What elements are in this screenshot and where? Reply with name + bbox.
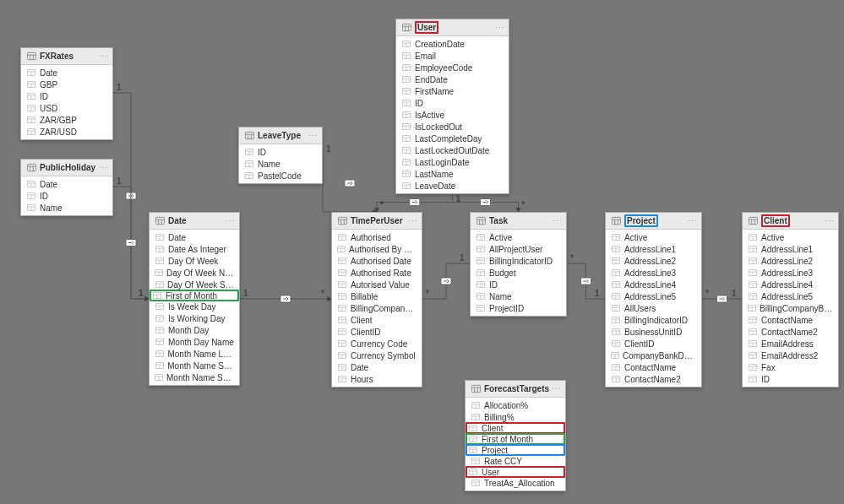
field-row[interactable]: Currency Code [332,338,422,350]
entity-fxrates[interactable]: FXRates⋯DateGBPIDUSDZAR/GBPZAR/USD [20,47,113,140]
field-row[interactable]: Month Name Short Year [150,371,239,383]
entity-header[interactable]: User⋯ [396,19,509,36]
field-row[interactable]: AddressLine2 [606,255,701,267]
field-row[interactable]: Authorised Rate [332,267,422,279]
field-row[interactable]: LastCompleteDay [396,133,509,144]
field-row[interactable]: Authorised By UserID [332,243,422,255]
field-row[interactable]: Active [743,231,838,243]
field-row[interactable]: AddressLine2 [743,255,838,267]
entity-task[interactable]: Task⋯ActiveAllProjectUserBillingIndicato… [470,212,567,317]
field-row[interactable]: Hours [332,373,422,385]
entity-header[interactable]: LeaveType⋯ [239,127,322,144]
entity-forecasttargets[interactable]: ForecastTargets⋯Allocation%Billing%Clien… [465,380,566,491]
field-row[interactable]: Name [239,158,322,170]
field-row[interactable]: Date [150,231,239,243]
entity-timeperuser[interactable]: TimePerUser⋯AuthorisedAuthorised By User… [331,212,422,387]
field-row[interactable]: Name [21,202,112,214]
field-row[interactable]: BillingCompanyBankDeta... [743,302,838,314]
field-row[interactable]: USD [21,102,112,114]
field-row[interactable]: AddressLine4 [743,279,838,290]
field-row[interactable]: Month Day [150,324,239,336]
more-menu-icon[interactable]: ⋯ [552,385,562,393]
field-row[interactable]: First of Month [150,290,239,301]
field-row[interactable]: ZAR/USD [21,126,112,138]
field-row[interactable]: AddressLine1 [606,243,701,255]
field-row[interactable]: Client [332,314,422,326]
field-row[interactable]: ZAR/GBP [21,114,112,126]
field-row[interactable]: ID [21,190,112,202]
entity-date[interactable]: Date⋯DateDate As IntegerDay Of WeekDay O… [149,212,240,386]
field-row[interactable]: LastLoginDate [396,156,509,168]
field-row[interactable]: AddressLine3 [743,267,838,279]
field-row[interactable]: EmailAddress [743,338,838,350]
field-row[interactable]: Day Of Week [150,255,239,267]
field-row[interactable]: Client [466,422,565,434]
field-row[interactable]: IsActive [396,109,509,121]
field-row[interactable]: PastelCode [239,170,322,182]
field-row[interactable]: Project [466,444,565,456]
field-row[interactable]: ID [743,373,838,385]
entity-header[interactable]: Date⋯ [150,213,239,230]
field-row[interactable]: Month Name Short [150,360,239,371]
field-row[interactable]: CreationDate [396,38,509,50]
field-row[interactable]: Authorised Date [332,255,422,267]
field-row[interactable]: Date As Integer [150,243,239,255]
more-menu-icon[interactable]: ⋯ [553,217,563,225]
field-row[interactable]: AllUsers [606,302,701,314]
field-row[interactable]: ContactName2 [606,373,701,385]
field-row[interactable]: BillingIndicatorID [471,255,566,267]
field-row[interactable]: ID [21,90,112,102]
field-row[interactable]: Billing% [466,411,565,423]
field-row[interactable]: ContactName2 [743,326,838,338]
entity-header[interactable]: PublicHoliday⋯ [21,160,112,176]
field-row[interactable]: EmailAddress2 [743,350,838,361]
field-row[interactable]: Rate CCY [466,455,565,467]
field-row[interactable]: ContactName [606,361,701,373]
field-row[interactable]: AllProjectUser [471,243,566,255]
field-row[interactable]: Month Name Long [150,348,239,360]
entity-project[interactable]: Project⋯ActiveAddressLine1AddressLine2Ad… [605,212,702,387]
entity-header[interactable]: ForecastTargets⋯ [466,381,565,398]
field-row[interactable]: LeaveDate [396,180,509,192]
more-menu-icon[interactable]: ⋯ [408,217,418,225]
entity-header[interactable]: Project⋯ [606,213,701,230]
field-row[interactable]: Name [471,290,566,302]
field-row[interactable]: First of Month [466,433,565,445]
field-row[interactable]: LastLockedOutDate [396,144,509,156]
field-row[interactable]: BusinessUnitID [606,326,701,338]
field-row[interactable]: AddressLine5 [743,290,838,302]
field-row[interactable]: Active [606,231,701,243]
field-row[interactable]: LastName [396,168,509,180]
more-menu-icon[interactable]: ⋯ [308,132,319,140]
field-row[interactable]: ClientID [606,338,701,350]
field-row[interactable]: EndDate [396,73,509,85]
entity-leavetype[interactable]: LeaveType⋯IDNamePastelCode [238,127,323,184]
more-menu-icon[interactable]: ⋯ [495,24,505,32]
entity-client[interactable]: Client⋯ActiveAddressLine1AddressLine2Add… [742,212,839,387]
field-row[interactable]: Allocation% [466,399,565,411]
field-row[interactable]: ID [239,146,322,158]
more-menu-icon[interactable]: ⋯ [99,52,109,61]
field-row[interactable]: Month Day Name [150,336,239,348]
field-row[interactable]: Day Of Week Short [150,279,239,290]
field-row[interactable]: Email [396,50,509,62]
field-row[interactable]: TreatAs_Allocation [466,477,565,489]
field-row[interactable]: Date [332,361,422,373]
field-row[interactable]: Budget [471,267,566,279]
field-row[interactable]: ID [396,97,509,109]
field-row[interactable]: CompanyBankDetailsID [606,350,701,361]
field-row[interactable]: ID [471,279,566,290]
field-row[interactable]: IsLockedOut [396,121,509,133]
entity-header[interactable]: FXRates⋯ [21,48,112,65]
field-row[interactable]: GBP [21,79,112,90]
field-row[interactable]: AddressLine4 [606,279,701,290]
field-row[interactable]: EmployeeCode [396,62,509,73]
field-row[interactable]: Authorised [332,231,422,243]
field-row[interactable]: Is Week Day [150,301,239,312]
field-row[interactable]: AddressLine5 [606,290,701,302]
field-row[interactable]: Date [21,67,112,79]
field-row[interactable]: Active [471,231,566,243]
more-menu-icon[interactable]: ⋯ [226,217,236,225]
field-row[interactable]: Date [21,178,112,190]
field-row[interactable]: Fax [743,361,838,373]
